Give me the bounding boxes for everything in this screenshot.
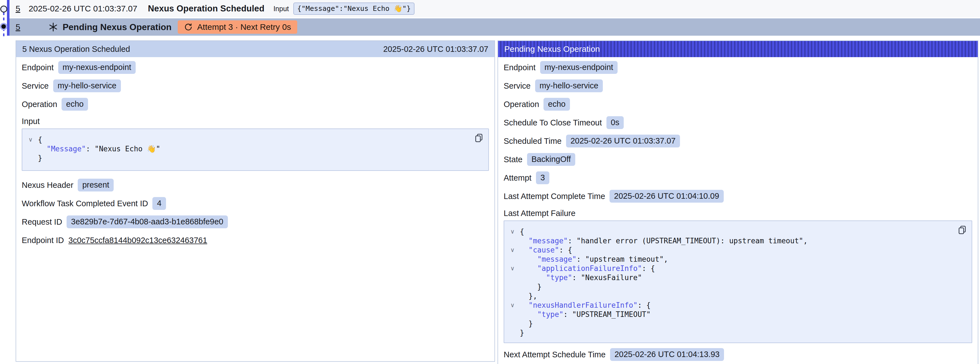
field-service: Service my-hello-service: [22, 80, 489, 92]
field-service-value: my-hello-service: [535, 80, 603, 92]
collapse-chevron-icon: [508, 283, 520, 292]
json-line: ∨ "nexusHandlerFailureInfo": {: [508, 301, 952, 310]
field-scheduled-time: Scheduled Time 2025-02-26 UTC 01:03:37.0…: [504, 135, 972, 147]
json-line: ∨{: [508, 227, 952, 236]
timeline-pending-marker-core: [2, 24, 6, 29]
event-id-link[interactable]: 5: [16, 4, 20, 13]
field-nast-value: 2025-02-26 UTC 01:04:13.93: [610, 348, 724, 361]
field-request-id-value: 3e829b7e-7d67-4b08-aad3-b1e868bfe9e0: [67, 216, 228, 228]
pending-panel-header: Pending Nexus Operation: [498, 41, 978, 57]
collapse-chevron-icon: [508, 310, 520, 319]
field-request-id-label: Request ID: [22, 217, 62, 227]
field-service: Service my-hello-service: [504, 80, 972, 92]
json-line: }: [508, 283, 952, 292]
field-nexus-header-value: present: [78, 179, 114, 191]
pending-panel-title: Pending Nexus Operation: [504, 44, 600, 54]
event-id-link[interactable]: 5: [16, 22, 20, 32]
field-service-value: my-hello-service: [53, 80, 121, 92]
field-next-attempt-schedule-time: Next Attempt Schedule Time 2025-02-26 UT…: [504, 348, 972, 361]
field-operation: Operation echo: [22, 98, 489, 111]
field-endpoint: Endpoint my-nexus-endpoint: [504, 61, 972, 74]
temporal-event-history-view: 5 2025-02-26 UTC 01:03:37.07 Nexus Opera…: [0, 0, 980, 364]
endpoint-id-link[interactable]: 3c0c75ccfa8144b092c13ce632463761: [68, 236, 207, 245]
retry-icon: [184, 22, 193, 32]
active-event-indicator-bar: [7, 0, 10, 36]
json-line: "message": "handler error (UPSTREAM_TIME…: [508, 236, 952, 246]
collapse-chevron-icon: [508, 273, 520, 283]
timeline-scheduled-marker-icon: [0, 6, 7, 13]
event-title: Pending Nexus Operation: [63, 22, 172, 32]
field-service-label: Service: [504, 81, 531, 91]
field-nexus-header-label: Nexus Header: [22, 180, 73, 190]
collapse-chevron-icon: [508, 255, 520, 264]
field-wft-completed-value: 4: [153, 197, 166, 209]
field-scheduled-time-value: 2025-02-26 UTC 01:03:37.07: [566, 135, 680, 147]
field-operation-value: echo: [62, 98, 88, 110]
copy-icon[interactable]: [957, 225, 967, 236]
field-endpoint-label: Endpoint: [504, 63, 536, 72]
field-operation-value: echo: [544, 98, 570, 110]
detail-panel-nexus-operation-scheduled: 5 Nexus Operation Scheduled 2025-02-26 U…: [16, 40, 495, 362]
json-line: "type": "UPSTREAM_TIMEOUT": [508, 310, 952, 319]
field-endpoint: Endpoint my-nexus-endpoint: [22, 61, 489, 74]
collapse-chevron-icon[interactable]: ∨: [508, 301, 520, 310]
collapse-chevron-icon: [26, 144, 38, 153]
event-row-pending-nexus-operation[interactable]: 5 Pending Nexus Operation Attempt 3 · Ne…: [10, 18, 980, 36]
field-state-value: BackingOff: [527, 153, 575, 166]
field-lact-label: Last Attempt Complete Time: [504, 192, 605, 201]
field-operation: Operation echo: [504, 98, 972, 111]
collapse-chevron-icon[interactable]: ∨: [26, 135, 38, 144]
detail-panel-title: 5 Nexus Operation Scheduled: [22, 45, 130, 54]
collapse-chevron-icon: [508, 319, 520, 328]
collapse-chevron-icon: [508, 236, 520, 246]
json-line: ∨{: [26, 135, 469, 144]
json-line: }: [508, 319, 952, 328]
event-input-value-chip: {"Message":"Nexus Echo 👋"}: [293, 3, 415, 15]
field-last-attempt-complete-time: Last Attempt Complete Time 2025-02-26 UT…: [504, 190, 972, 203]
field-attempt: Attempt 3: [504, 171, 972, 184]
json-line: "message": "upstream timeout",: [508, 255, 952, 264]
field-endpoint-value: my-nexus-endpoint: [540, 61, 618, 73]
json-line: ∨ "cause": {: [508, 246, 952, 255]
field-wft-completed-label: Workflow Task Completed Event ID: [22, 199, 148, 208]
field-endpoint-label: Endpoint: [22, 63, 54, 72]
json-line: }: [508, 328, 952, 337]
json-line: }: [26, 153, 469, 163]
event-row-nexus-operation-scheduled[interactable]: 5 2025-02-26 UTC 01:03:37.07 Nexus Opera…: [10, 0, 980, 17]
field-service-label: Service: [22, 81, 49, 91]
event-input-label: Input: [273, 5, 289, 13]
json-line: },: [508, 292, 952, 301]
json-line: "type": "NexusFailure": [508, 273, 952, 283]
field-nast-label: Next Attempt Schedule Time: [504, 350, 606, 359]
field-stc-timeout-value: 0s: [606, 116, 624, 129]
input-section-label: Input: [22, 116, 489, 126]
input-json-viewer: ∨{ "Message": "Nexus Echo 👋"}: [22, 128, 489, 171]
field-attempt-label: Attempt: [504, 173, 531, 182]
field-nexus-header: Nexus Header present: [22, 179, 489, 192]
detail-panel-header: 5 Nexus Operation Scheduled 2025-02-26 U…: [16, 41, 495, 57]
field-state: State BackingOff: [504, 153, 972, 166]
attempt-retry-badge: Attempt 3 · Next Retry 0s: [178, 20, 297, 34]
field-scheduled-time-label: Scheduled Time: [504, 137, 562, 146]
detail-panel-timestamp: 2025-02-26 UTC 01:03:37.07: [383, 45, 488, 54]
field-schedule-to-close-timeout: Schedule To Close Timeout 0s: [504, 116, 972, 129]
collapse-chevron-icon: [26, 153, 38, 163]
json-line: ∨ "applicationFailureInfo": {: [508, 264, 952, 273]
timeline-pending-marker-icon: [0, 23, 7, 30]
attempt-retry-text: Attempt 3 · Next Retry 0s: [197, 22, 291, 32]
last-attempt-failure-json-viewer: ∨{ "message": "handler error (UPSTREAM_T…: [504, 220, 972, 343]
field-operation-label: Operation: [22, 100, 57, 109]
collapse-chevron-icon: [508, 292, 520, 301]
collapse-chevron-icon: [508, 328, 520, 337]
collapse-chevron-icon[interactable]: ∨: [508, 246, 520, 255]
field-lact-value: 2025-02-26 UTC 01:04:10.09: [609, 190, 724, 202]
field-stc-timeout-label: Schedule To Close Timeout: [504, 118, 602, 128]
field-endpoint-id: Endpoint ID 3c0c75ccfa8144b092c13ce63246…: [22, 234, 489, 247]
event-title: Nexus Operation Scheduled: [148, 4, 264, 14]
copy-icon[interactable]: [474, 133, 484, 144]
collapse-chevron-icon[interactable]: ∨: [508, 264, 520, 273]
last-attempt-failure-label: Last Attempt Failure: [504, 208, 972, 218]
collapse-chevron-icon[interactable]: ∨: [508, 227, 520, 236]
field-workflow-task-completed-event-id: Workflow Task Completed Event ID 4: [22, 197, 489, 210]
field-request-id: Request ID 3e829b7e-7d67-4b08-aad3-b1e86…: [22, 216, 489, 228]
